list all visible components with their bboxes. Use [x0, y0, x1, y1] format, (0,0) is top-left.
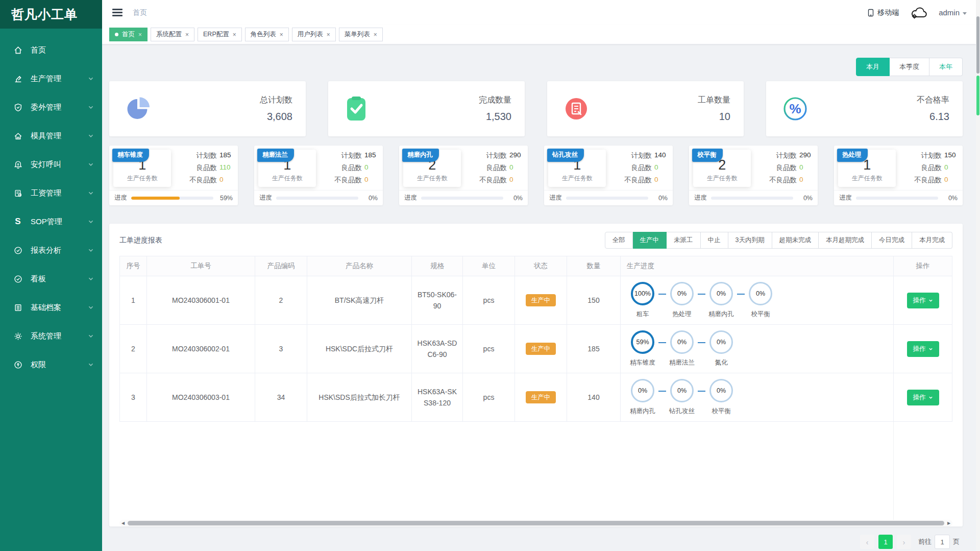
sidebar-item-mold[interactable]: 模具管理 [0, 122, 102, 150]
sidebar-item-sop[interactable]: S SOP管理 [0, 207, 102, 236]
stat-card-defect-rate: % 不合格率 6.13 [766, 81, 963, 136]
archive-icon [13, 303, 22, 312]
filter-unassigned[interactable]: 未派工 [667, 232, 701, 249]
cloud-sync-icon[interactable] [910, 6, 927, 19]
hamburger-menu-icon[interactable] [112, 7, 122, 18]
sidebar-item-home[interactable]: 首页 [0, 36, 102, 64]
scroll-left-arrow-icon[interactable]: ◀ [119, 521, 127, 525]
sidebar-item-archive[interactable]: 基础档案 [0, 293, 102, 322]
chevron-down-icon [88, 362, 94, 368]
sidebar-item-production[interactable]: 生产管理 [0, 64, 102, 93]
chevron-down-icon [88, 219, 94, 225]
plan-count: 185 [219, 151, 233, 160]
sidebar-item-andon[interactable]: 安灯呼叫 [0, 150, 102, 179]
tab-menu-list[interactable]: 菜单列表× [339, 28, 383, 41]
chevron-down-icon [88, 190, 94, 196]
cell-product-code: 3 [255, 325, 307, 373]
process-name-badge: 钻孔攻丝 [547, 149, 584, 162]
cell-unit: pcs [463, 276, 515, 325]
filter-in-production[interactable]: 生产中 [633, 232, 667, 249]
row-action-button[interactable]: 操作 [907, 341, 939, 357]
stat-label: 完成数量 [479, 95, 511, 106]
filter-done-today[interactable]: 今日完成 [872, 232, 912, 249]
period-month-button[interactable]: 本月 [856, 58, 890, 76]
tab-role-list[interactable]: 角色列表× [245, 28, 289, 41]
good-count: 0 [799, 163, 813, 173]
bad-count: 0 [654, 176, 668, 185]
period-filter: 本月 本季度 本年 [856, 58, 963, 76]
sidebar-item-outsource[interactable]: 委外管理 [0, 93, 102, 122]
page-scrollbar[interactable] [976, 0, 980, 551]
process-card-jingmo-falan: 精磨法兰 1 生产任务数 计划数185 良品数0 不良品数0 进度 0% [254, 146, 383, 205]
sidebar-item-board[interactable]: 看板 [0, 265, 102, 293]
period-quarter-button[interactable]: 本季度 [890, 58, 929, 76]
filter-done-this-month[interactable]: 本月完成 [912, 232, 952, 249]
stat-label: 不合格率 [917, 95, 949, 106]
status-badge: 生产中 [526, 294, 556, 307]
cell-order-no: MO240306002-01 [147, 325, 255, 373]
scroll-right-arrow-icon[interactable]: ▶ [945, 521, 952, 525]
tab-erp-config[interactable]: ERP配置× [198, 28, 242, 41]
table-row: 3 MO240306003-01 34 HSK\SDS后拉式加长刀杆 HSK63… [119, 373, 952, 422]
tab-close-icon[interactable]: × [233, 32, 236, 38]
cell-status: 生产中 [515, 325, 567, 373]
sidebar-item-permission[interactable]: 权限 [0, 350, 102, 379]
process-mini-panel: 钻孔攻丝 1 生产任务数 [548, 150, 606, 187]
cell-production-progress: 59%精车锥度 0%精磨法兰 0%氮化 [621, 325, 894, 373]
sidebar-item-system[interactable]: 系统管理 [0, 322, 102, 350]
page-1-button[interactable]: 1 [878, 535, 893, 549]
process-card-jiaopingheng: 校平衡 2 生产任务数 计划数290 良品数0 不良品数0 进度 0% [689, 146, 818, 205]
percent-icon: % [781, 95, 809, 123]
andon-bell-icon [13, 160, 22, 169]
tab-close-icon[interactable]: × [138, 32, 142, 38]
prev-page-button[interactable]: ‹ [860, 535, 874, 549]
progress-percent: 0% [362, 195, 378, 202]
table-header-row: 序号 工单号 产品编码 产品名称 规格 单位 状态 数量 生产进度 操作 [119, 256, 952, 276]
plan-count: 140 [654, 151, 668, 160]
cell-action: 操作 [894, 276, 952, 325]
cell-status: 生产中 [515, 276, 567, 325]
filter-all[interactable]: 全部 [605, 232, 633, 249]
top-header: 首页 移动端 admin [102, 0, 980, 25]
status-badge: 生产中 [526, 343, 556, 355]
process-card-rechuli: 热处理 1 生产任务数 计划数150 良品数0 不良品数0 进度 0% [834, 146, 963, 205]
tab-close-icon[interactable]: × [280, 32, 283, 38]
mobile-link[interactable]: 移动端 [867, 8, 899, 17]
cell-unit: pcs [463, 373, 515, 422]
stat-label: 工单数量 [698, 95, 730, 106]
row-action-button[interactable]: 操作 [907, 293, 939, 308]
process-card-jingmo-neikong: 精磨内孔 2 生产任务数 计划数290 良品数0 不良品数0 进度 0% [399, 146, 528, 205]
filter-aborted[interactable]: 中止 [701, 232, 728, 249]
chevron-down-icon [88, 161, 94, 167]
cell-qty: 150 [567, 276, 621, 325]
tab-user-list[interactable]: 用户列表× [292, 28, 336, 41]
table-horizontal-scrollbar[interactable]: ◀ ▶ [119, 520, 952, 526]
scrollbar-thumb[interactable] [128, 521, 944, 525]
scrollbar-thumb-green[interactable] [976, 76, 979, 115]
tab-close-icon[interactable]: × [327, 32, 330, 38]
filter-month-overdue-done[interactable]: 本月超期完成 [819, 232, 872, 249]
next-page-button[interactable]: › [897, 535, 911, 549]
tab-system-config[interactable]: 系统配置× [151, 28, 194, 41]
filter-overdue-incomplete[interactable]: 超期未完成 [772, 232, 819, 249]
period-year-button[interactable]: 本年 [929, 58, 963, 76]
scrollbar-thumb[interactable] [976, 16, 979, 74]
process-name-badge: 精车锥度 [112, 149, 149, 162]
chevron-down-icon [88, 133, 94, 139]
filter-due-3-days[interactable]: 3天内到期 [728, 232, 772, 249]
sidebar-item-wage[interactable]: 工资管理 [0, 179, 102, 207]
stat-card-total-plan: 总计划数 3,608 [109, 81, 306, 136]
tab-close-icon[interactable]: × [185, 32, 189, 38]
board-icon [13, 274, 22, 283]
chevron-down-icon [88, 76, 94, 82]
table-empty-area [119, 422, 952, 520]
row-action-button[interactable]: 操作 [907, 390, 939, 405]
user-menu[interactable]: admin [939, 8, 967, 17]
process-mini-panel: 精磨内孔 2 生产任务数 [403, 150, 461, 187]
sidebar-item-report[interactable]: 报表分析 [0, 236, 102, 265]
goto-page-input[interactable] [935, 535, 950, 549]
tab-home[interactable]: 首页 × [109, 28, 148, 41]
work-order-icon [562, 95, 590, 123]
tab-close-icon[interactable]: × [374, 32, 377, 38]
gear-icon [13, 331, 22, 341]
